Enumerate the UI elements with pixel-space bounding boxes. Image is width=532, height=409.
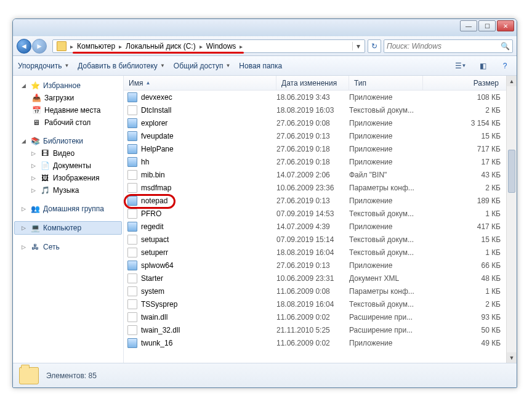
vertical-scrollbar[interactable]: ▲ ▼ [506, 76, 517, 363]
file-row[interactable]: hh27.06.2019 0:18Приложение17 КБ [124, 155, 517, 168]
file-date: 27.06.2019 0:18 [276, 145, 349, 153]
col-type[interactable]: Тип [349, 76, 423, 90]
file-name: hh [141, 158, 149, 166]
breadcrumb-folder[interactable]: Windows [204, 42, 239, 51]
file-name: setupact [141, 235, 169, 244]
col-size[interactable]: Размер [423, 76, 517, 90]
tree-desktop[interactable]: 🖥Рабочий стол [14, 116, 122, 129]
file-icon [127, 92, 137, 102]
view-options-button[interactable]: ☰ ▼ [454, 60, 467, 72]
music-icon: 🎵 [40, 185, 50, 195]
file-row[interactable]: TSSysprep18.08.2019 16:04Текстовый докум… [124, 298, 517, 310]
file-name: HelpPane [141, 145, 174, 153]
annotation-underline [73, 52, 244, 54]
scroll-thumb[interactable] [508, 150, 515, 193]
tree-libraries[interactable]: ◢📚Библиотеки [14, 135, 122, 147]
col-date[interactable]: Дата изменения [276, 76, 349, 90]
file-type: Текстовый докум... [349, 209, 423, 218]
chevron-right-icon[interactable]: ▸ [118, 43, 123, 50]
close-button[interactable]: ✕ [497, 20, 514, 31]
file-row[interactable]: twain.dll11.06.2009 0:02Расширение при..… [124, 310, 517, 323]
tree-favorites[interactable]: ◢⭐Избранное [14, 79, 122, 92]
tree-pictures[interactable]: ▷🖼Изображения [14, 172, 122, 184]
file-type: Параметры конф... [349, 287, 423, 296]
nav-pane: ◢⭐Избранное 📥Загрузки 📅Недавние места 🖥Р… [13, 76, 124, 363]
file-row[interactable]: mib.bin14.07.2009 2:06Файл "BIN"43 КБ [124, 168, 517, 181]
file-name: explorer [141, 119, 167, 128]
file-row[interactable]: devxexec18.06.2019 3:43Приложение108 КБ [124, 91, 517, 103]
downloads-icon: 📥 [31, 93, 41, 103]
file-row[interactable]: fveupdate27.06.2019 0:13Приложение15 КБ [124, 129, 517, 142]
chevron-right-icon[interactable]: ▸ [198, 43, 204, 50]
col-name[interactable]: Имя▲ [124, 76, 276, 90]
search-box[interactable]: 🔍 [384, 39, 513, 53]
file-name: system [141, 287, 164, 296]
add-to-library-button[interactable]: Добавить в библиотеку▼ [78, 62, 164, 70]
file-name: setuperr [141, 248, 168, 257]
forward-button[interactable]: ► [32, 39, 47, 54]
tree-music[interactable]: ▷🎵Музыка [14, 184, 122, 196]
share-button[interactable]: Общий доступ▼ [174, 62, 231, 70]
file-name: fveupdate [141, 132, 174, 140]
file-row[interactable]: regedit14.07.2009 4:39Приложение417 КБ [124, 220, 517, 233]
tree-homegroup[interactable]: ▷👥Домашняя группа [14, 203, 122, 215]
breadcrumb-dropdown[interactable]: ▾ [352, 42, 363, 51]
breadcrumb-computer[interactable]: Компьютер [75, 42, 118, 51]
file-row[interactable]: system11.06.2009 0:08Параметры конф...1 … [124, 285, 517, 298]
file-date: 14.07.2009 4:39 [276, 222, 349, 231]
scroll-down-button[interactable]: ▼ [507, 352, 517, 363]
tree-downloads[interactable]: 📥Загрузки [14, 92, 122, 104]
file-row[interactable]: setupact07.09.2019 15:14Текстовый докум.… [124, 233, 517, 246]
file-row[interactable]: setuperr18.08.2019 16:04Текстовый докум.… [124, 246, 517, 259]
new-folder-button[interactable]: Новая папка [239, 62, 282, 70]
tree-network[interactable]: ▷🖧Сеть [14, 241, 122, 253]
titlebar: — ☐ ✕ [13, 19, 517, 36]
file-size: 48 КБ [423, 274, 517, 283]
chevron-right-icon[interactable]: ▸ [238, 43, 244, 50]
minimize-button[interactable]: — [460, 20, 477, 31]
tree-documents[interactable]: ▷📄Документы [14, 160, 122, 172]
file-size: 2 КБ [423, 106, 517, 115]
file-row[interactable]: DtcInstall18.08.2019 16:03Текстовый доку… [124, 103, 517, 116]
file-row[interactable]: Starter10.06.2009 23:31Документ XML48 КБ [124, 272, 517, 285]
chevron-right-icon[interactable]: ▸ [69, 43, 75, 50]
tree-computer[interactable]: ▷💻Компьютер [14, 221, 122, 235]
libraries-icon: 📚 [30, 136, 40, 146]
file-name: TSSysprep [141, 300, 177, 309]
refresh-button[interactable]: ↻ [368, 39, 381, 53]
file-name: twain_32.dll [141, 326, 180, 334]
file-date: 18.08.2019 16:03 [276, 106, 349, 115]
search-icon[interactable]: 🔍 [501, 42, 510, 51]
search-input[interactable] [387, 42, 501, 51]
file-size: 417 КБ [423, 222, 517, 231]
file-date: 10.06.2009 23:31 [276, 274, 349, 283]
file-type: Приложение [349, 132, 423, 140]
file-row[interactable]: explorer27.06.2019 0:08Приложение3 154 К… [124, 116, 517, 129]
file-type: Текстовый докум... [349, 300, 423, 309]
tree-recent[interactable]: 📅Недавние места [14, 104, 122, 116]
file-name: DtcInstall [141, 106, 171, 115]
file-row[interactable]: msdfmap10.06.2009 23:36Параметры конф...… [124, 181, 517, 194]
file-row[interactable]: HelpPane27.06.2019 0:18Приложение717 КБ [124, 142, 517, 155]
file-name: notepad [141, 196, 167, 205]
breadcrumb-drive[interactable]: Локальный диск (C:) [123, 42, 198, 51]
file-type: Расширение при... [349, 313, 423, 322]
file-icon [127, 248, 137, 257]
breadcrumb[interactable]: ▸ Компьютер ▸ Локальный диск (C:) ▸ Wind… [52, 39, 365, 53]
file-row[interactable]: PFRO07.09.2019 14:53Текстовый докум...1 … [124, 207, 517, 220]
file-date: 10.06.2009 23:36 [276, 184, 349, 192]
organize-button[interactable]: Упорядочить▼ [18, 62, 69, 70]
scroll-up-button[interactable]: ▲ [507, 76, 517, 86]
back-button[interactable]: ◄ [17, 39, 31, 54]
nav-buttons: ◄ ► [17, 38, 50, 54]
file-row[interactable]: notepad27.06.2019 0:13Приложение189 КБ [124, 194, 517, 207]
maximize-button[interactable]: ☐ [478, 20, 496, 31]
preview-pane-button[interactable]: ◧ [476, 60, 490, 72]
help-button[interactable]: ? [498, 60, 512, 72]
file-type: Приложение [349, 196, 423, 205]
file-type: Приложение [349, 261, 423, 270]
tree-video[interactable]: ▷🎞Видео [14, 147, 122, 160]
file-row[interactable]: splwow6427.06.2019 0:13Приложение66 КБ [124, 259, 517, 272]
file-row[interactable]: twunk_1611.06.2009 0:02Приложение49 КБ [124, 336, 517, 349]
file-row[interactable]: twain_32.dll21.11.2010 5:25Расширение пр… [124, 323, 517, 336]
